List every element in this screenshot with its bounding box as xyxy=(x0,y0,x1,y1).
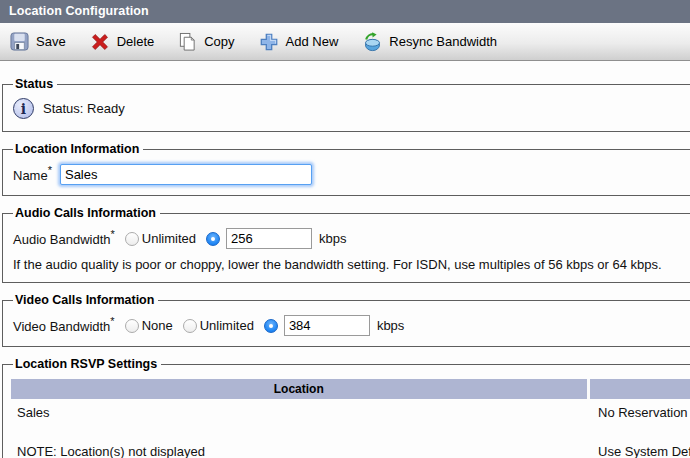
status-section: Status i Status: Ready xyxy=(2,77,690,132)
rsvp-default-setting-cell: Use System Defau xyxy=(588,438,690,458)
delete-button[interactable]: Delete xyxy=(90,32,155,52)
audio-unlimited-label: Unlimited xyxy=(142,231,196,246)
audio-kbps-radio-option[interactable] xyxy=(206,232,220,246)
toolbar: Save Delete Copy Add New xyxy=(0,23,690,61)
location-information-legend: Location Information xyxy=(13,142,143,156)
video-none-radio[interactable] xyxy=(125,319,139,333)
video-unlimited-radio[interactable] xyxy=(183,319,197,333)
video-none-label: None xyxy=(142,318,173,333)
rsvp-table: Location Sales No Reservation NOTE: Loca… xyxy=(11,379,690,458)
resync-bandwidth-button-label: Resync Bandwidth xyxy=(389,34,497,49)
delete-button-label: Delete xyxy=(117,34,155,49)
required-marker: * xyxy=(110,315,114,327)
video-bandwidth-input[interactable] xyxy=(284,315,370,336)
location-rsvp-settings-section: Location RSVP Settings Location Sales No… xyxy=(2,357,690,458)
name-label: Name* xyxy=(13,165,52,183)
audio-bandwidth-input[interactable] xyxy=(226,228,312,249)
audio-note-text: If the audio quality is poor or choppy, … xyxy=(11,251,690,274)
resync-bandwidth-button[interactable]: Resync Bandwidth xyxy=(362,32,497,52)
copy-button[interactable]: Copy xyxy=(178,32,234,52)
video-calls-legend: Video Calls Information xyxy=(13,293,158,307)
page-title: Location Configuration xyxy=(0,0,690,23)
copy-icon xyxy=(178,32,197,52)
audio-kbps-radio[interactable] xyxy=(206,232,220,246)
required-marker: * xyxy=(111,228,115,240)
main-content: Status i Status: Ready Location Informat… xyxy=(0,61,690,458)
video-bandwidth-label: Video Bandwidth* xyxy=(13,316,115,334)
audio-bandwidth-label: Audio Bandwidth* xyxy=(13,229,115,247)
status-text: Status: Ready xyxy=(43,101,125,116)
add-new-button[interactable]: Add New xyxy=(259,32,339,52)
rsvp-note-cell: NOTE: Location(s) not displayed xyxy=(11,438,588,458)
video-unlimited-label: Unlimited xyxy=(200,318,254,333)
add-new-button-label: Add New xyxy=(286,34,339,49)
copy-button-label: Copy xyxy=(204,34,234,49)
audio-unlimited-radio-option[interactable]: Unlimited xyxy=(125,231,196,246)
video-unlimited-radio-option[interactable]: Unlimited xyxy=(183,318,254,333)
save-icon xyxy=(10,32,29,51)
location-information-section: Location Information Name* xyxy=(2,142,690,196)
location-rsvp-settings-legend: Location RSVP Settings xyxy=(13,357,161,371)
video-kbps-unit-label: kbps xyxy=(377,318,404,333)
video-none-radio-option[interactable]: None xyxy=(125,318,173,333)
required-marker: * xyxy=(48,164,52,176)
add-new-icon xyxy=(259,32,279,52)
rsvp-location-cell: Sales xyxy=(11,399,588,422)
video-kbps-radio[interactable] xyxy=(264,319,278,333)
save-button-label: Save xyxy=(36,34,66,49)
delete-icon xyxy=(90,32,110,52)
audio-unlimited-radio[interactable] xyxy=(125,232,139,246)
audio-calls-legend: Audio Calls Information xyxy=(13,206,160,220)
rsvp-table-row[interactable]: Sales No Reservation xyxy=(11,399,690,422)
rsvp-location-column-header: Location xyxy=(11,379,588,399)
rsvp-note-row: NOTE: Location(s) not displayed Use Syst… xyxy=(11,438,690,458)
video-calls-section: Video Calls Information Video Bandwidth*… xyxy=(2,293,690,347)
rsvp-setting-column-header xyxy=(588,379,690,399)
name-input[interactable] xyxy=(60,164,312,185)
info-icon: i xyxy=(13,98,34,119)
rsvp-setting-cell: No Reservation xyxy=(588,399,690,422)
status-section-legend: Status xyxy=(13,77,57,91)
audio-calls-section: Audio Calls Information Audio Bandwidth*… xyxy=(2,206,690,283)
save-button[interactable]: Save xyxy=(10,32,66,51)
video-kbps-radio-option[interactable] xyxy=(264,319,278,333)
resync-bandwidth-icon xyxy=(362,32,382,52)
audio-kbps-unit-label: kbps xyxy=(319,231,346,246)
